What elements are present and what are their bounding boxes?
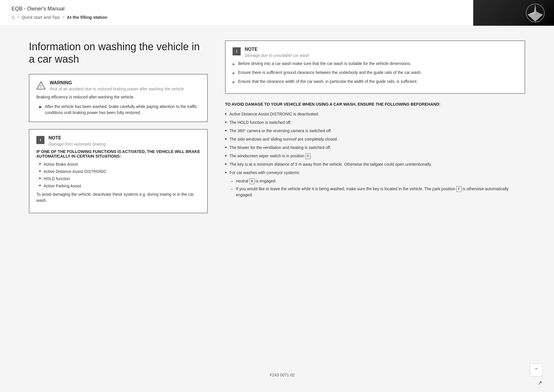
list-item-text: If you would like to leave the vehicle w… bbox=[236, 186, 525, 198]
warning-bullet-text: After the vehicle has been washed, brake… bbox=[45, 104, 200, 116]
list-item: HOLD function bbox=[39, 176, 200, 182]
breadcrumb-sep2: > bbox=[62, 15, 65, 19]
warning-title-block: WARNING Risk of an accident due to reduc… bbox=[50, 80, 184, 91]
bullet-dot-icon bbox=[225, 172, 227, 173]
arrow-icon: ▶ bbox=[233, 79, 235, 85]
list-item-text: The blower for the ventilation and heati… bbox=[229, 145, 331, 151]
manual-title: EQB - Owner's Manual bbox=[12, 6, 462, 12]
bullet-dot-icon bbox=[39, 170, 41, 172]
note-title-right: NOTE bbox=[245, 47, 309, 52]
warning-subtitle: Risk of an accident due to reduced braki… bbox=[50, 87, 184, 91]
breadcrumb: ⌂ > Quick start and Tips > At the fillin… bbox=[12, 14, 462, 20]
list-item: – If you would like to leave the vehicle… bbox=[231, 186, 525, 198]
bullet-dot-icon bbox=[39, 163, 41, 165]
breadcrumb-current: At the filling station bbox=[67, 15, 107, 20]
svg-text:!: ! bbox=[40, 84, 42, 89]
note-box-left: i NOTE Damage from automatic braking IF … bbox=[29, 129, 208, 213]
bullet-dot-icon bbox=[225, 163, 227, 165]
list-item-text: Ensure that the clearance width of the c… bbox=[238, 79, 418, 85]
list-item-text: For car washes with conveyor systems: bbox=[229, 170, 300, 176]
list-item-text: Active Distance Assist DISTRONIC bbox=[44, 169, 106, 175]
footer-right: ⌃ ↗ bbox=[530, 364, 542, 386]
list-item: ▶ Ensure that the clearance width of the… bbox=[233, 79, 518, 85]
list-item: Active Parking Assist bbox=[39, 183, 200, 189]
list-item-text: Before driving into a car wash make sure… bbox=[238, 61, 411, 67]
list-item-text: Ensure there is sufficient ground cleara… bbox=[238, 70, 422, 76]
note-box-left-header: i NOTE Damage from automatic braking bbox=[36, 135, 200, 146]
list-item: – neutral N is engaged. bbox=[231, 178, 525, 184]
expand-icon[interactable]: ↗ bbox=[538, 379, 542, 386]
note-subtitle-right: Damage due to unsuitable car wash bbox=[245, 53, 309, 58]
note-bullet-list-left: Active Brake Assist Active Distance Assi… bbox=[39, 161, 200, 189]
list-item: The blower for the ventilation and heati… bbox=[225, 145, 525, 151]
list-item-text: The key is at a minimum distance of 3 m … bbox=[229, 161, 432, 167]
list-item-text: The HOLD function is switched off. bbox=[229, 120, 291, 126]
caution-bullet-list: Active Distance Assist DISTRONIC is deac… bbox=[225, 111, 525, 176]
bullet-dot-icon bbox=[225, 130, 227, 131]
bullet-dot-icon bbox=[39, 185, 41, 186]
header: EQB - Owner's Manual ⌂ > Quick start and… bbox=[0, 0, 554, 26]
list-item-text: The side windows and sliding sunroof are… bbox=[229, 136, 338, 142]
caution-heading: TO AVOID DAMAGE TO YOUR VEHICLE WHEN USI… bbox=[225, 102, 525, 107]
note-bullet-list-right: ▶ Before driving into a car wash make su… bbox=[233, 61, 518, 85]
list-item: ▶ Before driving into a car wash make su… bbox=[233, 61, 518, 67]
wiper-position-indicator: 0 bbox=[306, 153, 310, 159]
main-content: Information on washing the vehicle in a … bbox=[0, 26, 554, 358]
list-item: ▶ Ensure there is sufficient ground clea… bbox=[233, 70, 518, 76]
list-item-text: Active Parking Assist bbox=[44, 183, 81, 189]
park-position-indicator: P bbox=[456, 186, 461, 192]
list-item-text: Active Distance Assist DISTRONIC is deac… bbox=[229, 111, 319, 117]
list-item: The windscreen wiper switch is in positi… bbox=[225, 153, 525, 159]
note-title-block-right: NOTE Damage due to unsuitable car wash bbox=[245, 47, 309, 58]
list-item: Active Distance Assist DISTRONIC bbox=[39, 169, 200, 175]
list-item: The HOLD function is switched off. bbox=[225, 120, 525, 126]
note-subtitle-left: Damage from automatic braking bbox=[48, 142, 106, 146]
list-item: The side windows and sliding sunroof are… bbox=[225, 136, 525, 142]
warning-box: ! WARNING Risk of an accident due to red… bbox=[29, 74, 208, 122]
note-icon-left: i bbox=[36, 136, 44, 144]
list-item-text: HOLD function bbox=[44, 176, 70, 182]
page-heading: Information on washing the vehicle in a … bbox=[29, 40, 208, 65]
list-item-text: The windscreen wiper switch is in positi… bbox=[229, 153, 312, 159]
list-item: Active Brake Assist bbox=[39, 161, 200, 167]
warning-body-text: Braking efficiency is reduced after wash… bbox=[36, 94, 200, 100]
note-box-right: i NOTE Damage due to unsuitable car wash… bbox=[225, 40, 525, 94]
bullet-dot-icon bbox=[225, 122, 227, 123]
list-item: The 360° camera or the reversing camera … bbox=[225, 128, 525, 134]
warning-triangle-icon: ! bbox=[36, 81, 46, 90]
dash-icon: – bbox=[231, 186, 233, 192]
list-item: For car washes with conveyor systems: bbox=[225, 170, 525, 176]
breadcrumb-link1[interactable]: Quick start and Tips bbox=[22, 15, 60, 20]
note-box-right-header: i NOTE Damage due to unsuitable car wash bbox=[233, 47, 518, 58]
footer: F243 0071 02 ⌃ ↗ bbox=[0, 358, 554, 392]
dash-icon: – bbox=[231, 178, 233, 184]
note-icon-right: i bbox=[233, 47, 241, 55]
list-item: Active Distance Assist DISTRONIC is deac… bbox=[225, 111, 525, 117]
bullet-dot-icon bbox=[39, 178, 41, 179]
list-item-text: neutral N is engaged. bbox=[236, 178, 276, 184]
note-bold-text: IF ONE OF THE FOLLOWING FUNCTIONS IS ACT… bbox=[36, 149, 200, 158]
warning-title: WARNING bbox=[50, 80, 184, 85]
list-item-text: Active Brake Assist bbox=[44, 161, 78, 167]
arrow-icon: ▶ bbox=[233, 61, 235, 67]
list-item: The key is at a minimum distance of 3 m … bbox=[225, 161, 525, 167]
breadcrumb-sep1: > bbox=[17, 15, 19, 19]
header-logo-area bbox=[473, 0, 554, 26]
home-icon[interactable]: ⌂ bbox=[12, 14, 15, 20]
note-title-left: NOTE bbox=[48, 135, 106, 141]
mercedes-star-logo bbox=[525, 3, 545, 23]
arrow-icon: ▶ bbox=[39, 104, 42, 109]
left-column: Information on washing the vehicle in a … bbox=[29, 40, 208, 341]
conveyor-sub-list: – neutral N is engaged. – If you would l… bbox=[231, 178, 525, 198]
bullet-dot-icon bbox=[225, 138, 227, 140]
bullet-dot-icon bbox=[225, 147, 227, 148]
arrow-icon: ▶ bbox=[233, 70, 235, 76]
scroll-up-button[interactable]: ⌃ bbox=[530, 364, 542, 376]
chevron-up-icon: ⌃ bbox=[534, 367, 538, 373]
bullet-dot-icon bbox=[225, 113, 227, 115]
list-item-text: The 360° camera or the reversing camera … bbox=[229, 128, 332, 134]
header-left: EQB - Owner's Manual ⌂ > Quick start and… bbox=[0, 0, 473, 26]
neutral-position-indicator: N bbox=[250, 178, 254, 184]
warning-bullet: ▶ After the vehicle has been washed, bra… bbox=[39, 104, 200, 116]
footer-code: F243 0071 02 bbox=[35, 373, 530, 377]
